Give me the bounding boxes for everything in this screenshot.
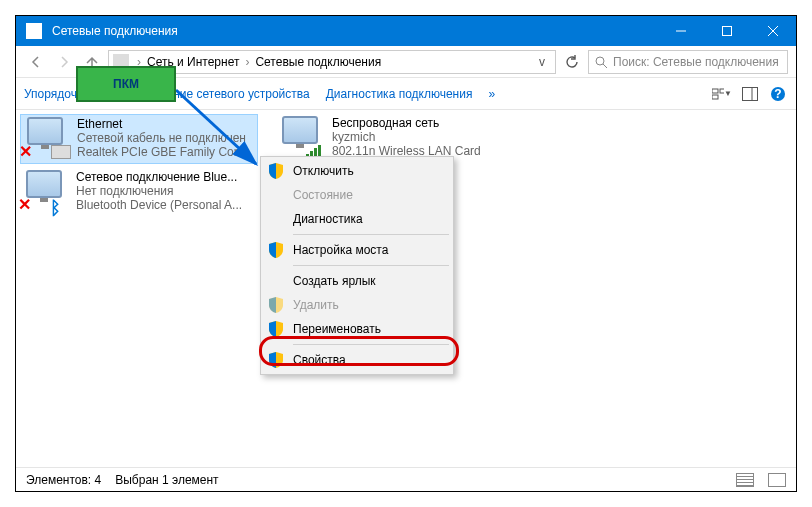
rj45-icon [51,145,71,159]
app-icon [26,23,42,39]
search-input[interactable]: Поиск: Сетевые подключения [588,50,788,74]
preview-pane-button[interactable] [740,84,760,104]
svg-line-5 [603,64,607,68]
connection-status: kyzmich [332,130,481,144]
connection-bluetooth[interactable]: ᛒ ✕ Сетевое подключение Blue... Нет подк… [20,168,258,218]
maximize-icon [722,26,732,36]
toolbar-overflow[interactable]: » [488,87,495,101]
svg-point-4 [596,57,604,65]
ctx-disable[interactable]: Отключить [263,159,451,183]
search-icon [595,56,607,68]
back-button[interactable] [24,50,48,74]
minimize-icon [676,26,686,36]
ctx-properties[interactable]: Свойства [263,348,451,372]
svg-rect-9 [743,87,758,100]
breadcrumb-item-connections[interactable]: Сетевые подключения [251,55,385,69]
view-options-button[interactable]: ▼ [712,84,732,104]
connection-ethernet[interactable]: ✕ Ethernet Сетевой кабель не подключен R… [20,114,258,164]
refresh-button[interactable] [560,50,584,74]
ctx-bridge[interactable]: Настройка моста [263,238,451,262]
minimize-button[interactable] [658,16,704,46]
bluetooth-icon: ᛒ [50,198,70,212]
help-icon: ? [770,86,786,102]
arrow-left-icon [28,54,44,70]
connection-icon [278,116,326,158]
connection-icon: ᛒ ✕ [22,170,70,212]
chevron-right-icon: › [243,55,251,69]
svg-rect-6 [712,89,718,93]
separator [293,265,449,266]
shield-icon [269,242,283,258]
connection-icon: ✕ [23,117,71,159]
search-placeholder: Поиск: Сетевые подключения [613,55,779,69]
details-view-button[interactable] [736,473,754,487]
maximize-button[interactable] [704,16,750,46]
connection-name: Сетевое подключение Blue... [76,170,242,184]
separator [293,234,449,235]
titlebar: Сетевые подключения [16,16,796,46]
ctx-diagnose[interactable]: Диагностика [263,207,451,231]
ctx-rename[interactable]: Переименовать [263,317,451,341]
shield-icon [269,297,283,313]
window-frame: Сетевые подключения › Сеть и Интернет › … [15,15,797,492]
connection-name: Беспроводная сеть [332,116,481,130]
ctx-shortcut[interactable]: Создать ярлык [263,269,451,293]
shield-icon [269,321,283,337]
view-options-icon [712,87,724,101]
chevron-down-icon: ▼ [724,89,732,98]
connection-name: Ethernet [77,117,253,131]
connection-device: Realtek PCIe GBE Family Cont... [77,145,253,159]
status-count: Элементов: 4 [26,473,101,487]
shield-icon [269,352,283,368]
diagnose-button[interactable]: Диагностика подключения [326,87,473,101]
shield-icon [269,163,283,179]
svg-text:?: ? [774,87,781,101]
svg-rect-8 [712,95,718,99]
ctx-status: Состояние [263,183,451,207]
help-button[interactable]: ? [768,84,788,104]
preview-pane-icon [742,87,758,101]
status-bar: Элементов: 4 Выбран 1 элемент [16,467,796,491]
refresh-icon [565,55,579,69]
window-title: Сетевые подключения [52,24,658,38]
svg-rect-1 [723,27,732,36]
connection-status: Сетевой кабель не подключен [77,131,253,145]
annotation-pkm-badge: ПКМ [76,66,176,102]
context-menu: Отключить Состояние Диагностика Настройк… [260,156,454,375]
chevron-down-icon[interactable]: v [533,55,551,69]
connection-device: Bluetooth Device (Personal A... [76,198,242,212]
icons-view-button[interactable] [768,473,786,487]
close-button[interactable] [750,16,796,46]
error-x-icon: ✕ [18,195,31,214]
error-x-icon: ✕ [19,142,32,161]
forward-button[interactable] [52,50,76,74]
status-selected: Выбран 1 элемент [115,473,218,487]
close-icon [768,26,778,36]
connection-status: Нет подключения [76,184,242,198]
separator [293,344,449,345]
ctx-delete: Удалить [263,293,451,317]
arrow-right-icon [56,54,72,70]
